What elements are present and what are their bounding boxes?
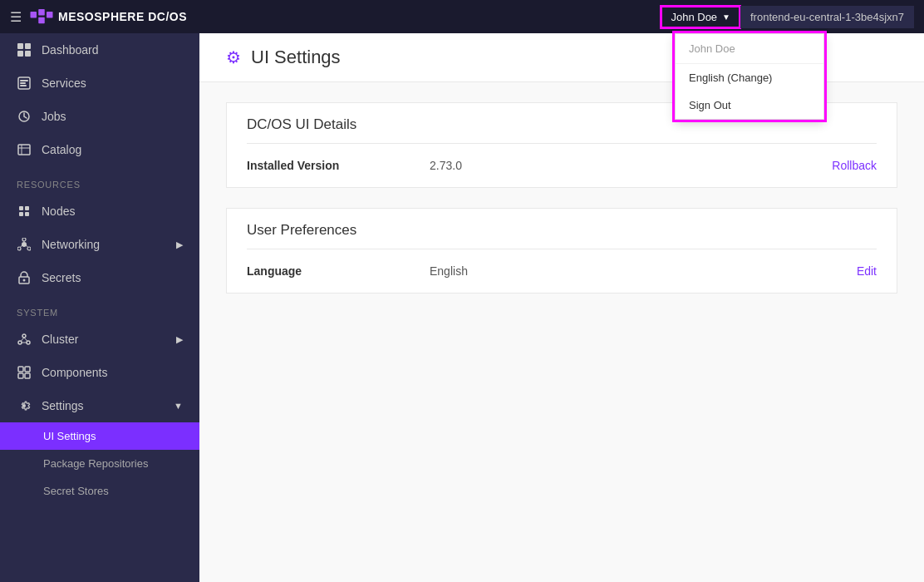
installed-version-value: 2.73.0 bbox=[430, 159, 832, 172]
svg-line-30 bbox=[21, 338, 24, 342]
dropdown-sign-out[interactable]: Sign Out bbox=[676, 91, 823, 119]
user-menu-button[interactable]: John Doe ▼ bbox=[661, 6, 740, 28]
user-preferences-section-header: User Preferences bbox=[247, 209, 877, 249]
svg-rect-7 bbox=[25, 51, 31, 57]
brand-title: MESOSPHERE DC/OS bbox=[58, 10, 187, 23]
svg-rect-13 bbox=[18, 145, 30, 155]
ui-settings-sub-label: UI Settings bbox=[43, 430, 96, 442]
language-value: English bbox=[430, 264, 857, 278]
svg-point-20 bbox=[17, 247, 21, 250]
secrets-icon bbox=[17, 270, 32, 285]
cluster-chevron-icon: ▶ bbox=[176, 334, 183, 345]
edit-link[interactable]: Edit bbox=[857, 264, 877, 278]
secrets-label: Secrets bbox=[42, 271, 81, 284]
services-label: Services bbox=[42, 76, 86, 90]
system-section-label: System bbox=[0, 294, 199, 323]
sidebar-item-secrets[interactable]: Secrets bbox=[0, 261, 199, 294]
svg-rect-10 bbox=[20, 82, 26, 84]
svg-rect-15 bbox=[25, 206, 29, 210]
services-icon bbox=[17, 76, 32, 91]
jobs-label: Jobs bbox=[42, 110, 66, 123]
resources-section-label: Resources bbox=[0, 166, 199, 195]
svg-point-18 bbox=[22, 242, 27, 247]
svg-rect-4 bbox=[17, 43, 23, 49]
svg-line-24 bbox=[26, 245, 28, 247]
svg-rect-0 bbox=[31, 12, 37, 18]
sidebar-item-cluster[interactable]: Cluster ▶ bbox=[0, 323, 199, 356]
dropdown-username: John Doe bbox=[676, 34, 823, 64]
svg-point-26 bbox=[23, 279, 26, 282]
sidebar-sub-item-ui-settings[interactable]: UI Settings bbox=[0, 422, 199, 450]
svg-rect-35 bbox=[18, 373, 23, 378]
secret-stores-sub-label: Secret Stores bbox=[43, 485, 109, 497]
catalog-icon bbox=[17, 142, 32, 157]
dashboard-icon bbox=[17, 42, 32, 57]
sidebar-item-components[interactable]: Components bbox=[0, 356, 199, 389]
sidebar-item-jobs[interactable]: Jobs bbox=[0, 100, 199, 133]
svg-rect-14 bbox=[19, 206, 23, 210]
package-repos-sub-label: Package Repositories bbox=[43, 457, 148, 470]
svg-line-31 bbox=[24, 338, 27, 342]
sidebar-item-services[interactable]: Services bbox=[0, 67, 199, 100]
installed-version-label: Installed Version bbox=[247, 159, 430, 172]
networking-icon bbox=[17, 237, 32, 252]
sidebar-item-nodes[interactable]: Nodes bbox=[0, 195, 199, 228]
user-name-label: John Doe bbox=[671, 11, 717, 23]
topbar: ☰ MESOSPHERE DC/OS John Doe ▼ frontend-e… bbox=[0, 0, 924, 33]
svg-rect-34 bbox=[25, 367, 30, 372]
nodes-icon bbox=[17, 204, 32, 219]
svg-rect-9 bbox=[20, 80, 28, 81]
user-preferences-section: User Preferences Language English Edit bbox=[226, 208, 897, 293]
user-menu-caret-icon: ▼ bbox=[722, 12, 730, 22]
installed-version-row: Installed Version 2.73.0 Rollback bbox=[227, 144, 897, 187]
cluster-icon bbox=[17, 332, 32, 347]
settings-icon bbox=[17, 398, 32, 413]
settings-label: Settings bbox=[42, 399, 84, 412]
svg-rect-5 bbox=[25, 43, 31, 49]
sidebar-item-dashboard[interactable]: Dashboard bbox=[0, 33, 199, 67]
topbar-left: ☰ MESOSPHERE DC/OS bbox=[10, 9, 187, 25]
catalog-label: Catalog bbox=[42, 143, 81, 156]
jobs-icon bbox=[17, 109, 32, 124]
sidebar-item-networking[interactable]: Networking ▶ bbox=[0, 228, 199, 261]
components-label: Components bbox=[42, 366, 107, 379]
sidebar-sub-item-secret-stores[interactable]: Secret Stores bbox=[0, 477, 199, 505]
dropdown-change-language[interactable]: English (Change) bbox=[676, 64, 823, 91]
networking-chevron-icon: ▶ bbox=[176, 239, 183, 250]
user-dropdown-menu: John Doe English (Change) Sign Out bbox=[675, 33, 824, 120]
components-icon bbox=[17, 365, 32, 380]
rollback-link[interactable]: Rollback bbox=[832, 159, 877, 172]
svg-rect-11 bbox=[20, 85, 27, 86]
svg-point-27 bbox=[22, 334, 26, 338]
cluster-id-label: frontend-eu-central-1-3be4sjxn7 bbox=[740, 6, 914, 28]
svg-rect-16 bbox=[19, 212, 23, 216]
svg-line-23 bbox=[21, 245, 23, 247]
sidebar-sub-item-package-repos[interactable]: Package Repositories bbox=[0, 450, 199, 477]
brand-logo-icon bbox=[30, 9, 53, 24]
cluster-label: Cluster bbox=[42, 333, 78, 346]
svg-rect-17 bbox=[25, 212, 29, 216]
language-row: Language English Edit bbox=[227, 249, 897, 293]
hamburger-icon[interactable]: ☰ bbox=[10, 9, 22, 25]
main-content-body: DC/OS UI Details Installed Version 2.73.… bbox=[199, 82, 924, 333]
sidebar: Dashboard Services Jobs Catalog Resource… bbox=[0, 33, 199, 582]
page-title-gear-icon: ⚙ bbox=[226, 47, 241, 67]
user-preferences-section-title: User Preferences bbox=[247, 222, 877, 239]
sidebar-item-catalog[interactable]: Catalog bbox=[0, 133, 199, 166]
settings-chevron-icon: ▼ bbox=[174, 401, 183, 411]
svg-rect-1 bbox=[38, 9, 45, 16]
svg-rect-2 bbox=[38, 17, 45, 24]
sidebar-item-settings[interactable]: Settings ▼ bbox=[0, 389, 199, 422]
networking-label: Networking bbox=[42, 238, 100, 251]
svg-point-19 bbox=[22, 238, 26, 241]
topbar-right: John Doe ▼ frontend-eu-central-1-3be4sjx… bbox=[661, 6, 914, 28]
page-title: UI Settings bbox=[251, 47, 341, 68]
svg-rect-36 bbox=[25, 373, 30, 378]
svg-rect-3 bbox=[47, 12, 53, 18]
language-label: Language bbox=[247, 264, 430, 278]
svg-point-21 bbox=[27, 247, 31, 250]
svg-rect-33 bbox=[18, 367, 23, 372]
svg-rect-6 bbox=[17, 51, 23, 57]
nodes-label: Nodes bbox=[42, 205, 75, 218]
dashboard-label: Dashboard bbox=[42, 43, 99, 57]
